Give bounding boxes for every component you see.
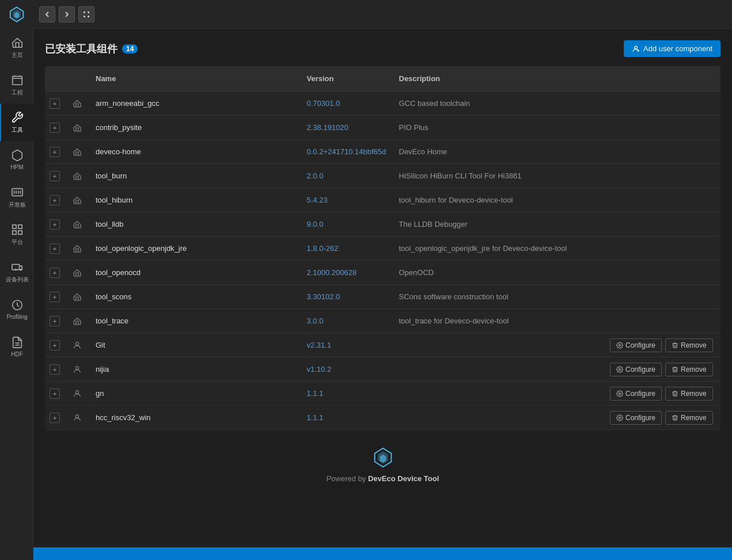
row-expand[interactable]: +: [45, 191, 68, 210]
row-expand[interactable]: +: [45, 311, 68, 331]
row-type-icon: [68, 239, 91, 258]
configure-button[interactable]: Configure: [610, 338, 662, 352]
table-row: + contrib_pysite 2.38.191020 PIO Plus: [45, 116, 720, 140]
svg-rect-4: [12, 188, 22, 196]
row-name: tool_lldb: [91, 215, 302, 233]
row-version: 1.1.1: [302, 409, 395, 426]
row-type-icon: [68, 167, 91, 185]
svg-rect-12: [18, 230, 21, 234]
configure-button[interactable]: Configure: [610, 363, 662, 376]
expand-row-button[interactable]: +: [50, 340, 60, 351]
expand-row-button[interactable]: +: [50, 171, 60, 181]
configure-button[interactable]: Configure: [610, 411, 662, 425]
expand-row-button[interactable]: +: [50, 316, 60, 326]
expand-row-button[interactable]: +: [50, 268, 60, 278]
sidebar-item-home[interactable]: 主页: [0, 29, 33, 66]
forward-button[interactable]: [59, 6, 75, 22]
row-actions-empty: [605, 268, 720, 277]
remove-button[interactable]: Remove: [665, 387, 713, 401]
row-name: tool_scons: [91, 288, 302, 306]
page-title: 已安装工具组件: [45, 42, 117, 56]
table-row: + nijia v1.10.2 Configure Remove: [45, 357, 720, 382]
expand-row-button[interactable]: +: [50, 292, 60, 302]
row-actions-empty: [605, 220, 720, 229]
row-actions-empty: [605, 99, 720, 108]
sidebar-item-platform[interactable]: 平台: [0, 216, 33, 253]
row-name: tool_openocd: [91, 264, 302, 281]
row-expand[interactable]: +: [45, 118, 68, 138]
expand-row-button[interactable]: +: [50, 413, 60, 423]
remove-button[interactable]: Remove: [665, 363, 713, 376]
configure-button[interactable]: Configure: [610, 387, 662, 401]
status-bar: [33, 547, 732, 560]
row-version: 5.4.23: [302, 191, 395, 209]
sidebar-item-devices[interactable]: 设备列表: [0, 253, 33, 291]
sidebar-item-hpm[interactable]: HPM: [0, 141, 33, 178]
row-type-icon: [68, 384, 91, 403]
row-actions-empty: [605, 196, 720, 205]
expand-row-button[interactable]: +: [50, 195, 60, 205]
row-type-icon: [68, 336, 91, 355]
app-logo: [0, 0, 33, 29]
row-version: 1.1.1: [302, 384, 395, 402]
row-actions: Configure Remove: [605, 382, 720, 405]
sidebar-item-project[interactable]: 工程: [0, 66, 33, 104]
row-expand[interactable]: +: [45, 215, 68, 234]
row-version: v1.10.2: [302, 360, 395, 378]
row-actions: Configure Remove: [605, 334, 720, 357]
table-row: + tool_burn 2.0.0 HiSilicon HiBurn CLI T…: [45, 164, 720, 188]
row-description: tool_openlogic_openjdk_jre for Deveco-de…: [395, 239, 606, 257]
table-header: Name Version Description: [45, 66, 720, 92]
row-type-icon: [68, 360, 91, 379]
table-row: + gn 1.1.1 Configure Remove: [45, 382, 720, 406]
expand-button[interactable]: [78, 6, 94, 22]
remove-button[interactable]: Remove: [665, 411, 713, 425]
sidebar-item-profiling[interactable]: Profiling: [0, 291, 33, 328]
row-name: tool_burn: [91, 167, 302, 185]
row-version: 2.0.0: [302, 167, 395, 185]
expand-row-button[interactable]: +: [50, 98, 60, 109]
sidebar-item-tools[interactable]: 工具: [0, 104, 33, 141]
page-title-row: 已安装工具组件 14: [45, 42, 138, 56]
expand-row-button[interactable]: +: [50, 243, 60, 254]
expand-row-button[interactable]: +: [50, 388, 60, 399]
table-row: + tool_scons 3.30102.0 SCons software co…: [45, 285, 720, 309]
row-expand[interactable]: +: [45, 360, 68, 379]
svg-point-27: [619, 393, 621, 394]
content-area: 已安装工具组件 14 Add user component Name Versi…: [33, 29, 732, 547]
expand-row-button[interactable]: +: [50, 364, 60, 375]
row-expand[interactable]: +: [45, 142, 68, 162]
row-name: tool_hiburn: [91, 191, 302, 209]
row-expand[interactable]: +: [45, 166, 68, 186]
back-button[interactable]: [39, 6, 55, 22]
col-name: Name: [91, 72, 302, 85]
row-name: Git: [91, 336, 302, 354]
row-expand[interactable]: +: [45, 239, 68, 258]
svg-rect-10: [18, 224, 21, 228]
row-description: OpenOCD: [395, 264, 606, 281]
svg-point-25: [619, 368, 621, 370]
row-expand[interactable]: +: [45, 336, 68, 355]
row-expand[interactable]: +: [45, 94, 68, 113]
expand-row-button[interactable]: +: [50, 123, 60, 133]
expand-row-button[interactable]: +: [50, 219, 60, 230]
footer: Powered by DevEco Device Tool: [45, 430, 720, 494]
sidebar-item-hdf[interactable]: HDF: [0, 328, 33, 365]
row-type-icon: [68, 94, 91, 113]
row-type-icon: [68, 191, 91, 209]
row-description: [395, 413, 606, 422]
row-expand[interactable]: +: [45, 263, 68, 283]
row-expand[interactable]: +: [45, 384, 68, 403]
svg-rect-9: [12, 224, 16, 228]
expand-row-button[interactable]: +: [50, 147, 60, 157]
row-type-icon: [68, 119, 91, 137]
row-expand[interactable]: +: [45, 287, 68, 307]
row-actions-empty: [605, 292, 720, 302]
remove-button[interactable]: Remove: [665, 338, 713, 352]
row-expand[interactable]: +: [45, 408, 68, 428]
svg-point-24: [75, 366, 78, 369]
sidebar-item-devboard[interactable]: 开发板: [0, 178, 33, 216]
row-type-icon: [68, 288, 91, 306]
add-user-component-button[interactable]: Add user component: [624, 40, 720, 57]
row-description: tool_hiburn for Deveco-device-tool: [395, 191, 606, 209]
